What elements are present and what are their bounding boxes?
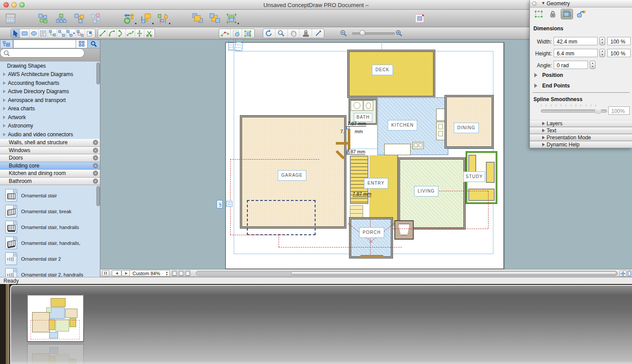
library-section-bathroom[interactable]: Bathroom×	[0, 178, 100, 186]
library-item[interactable]: AWS Architecture Diagrams	[0, 70, 100, 79]
horizontal-scrollbar-thumb[interactable]	[291, 271, 617, 275]
room-label-dining[interactable]: DINING	[454, 123, 479, 133]
smart-connector-tool[interactable]	[48, 29, 57, 38]
disclosure-triangle-icon[interactable]	[534, 84, 537, 88]
library-item[interactable]: Astronomy	[0, 122, 100, 131]
group-shapes-icon[interactable]	[225, 12, 238, 25]
porch-step-fixture[interactable]	[394, 220, 414, 240]
library-section-windows[interactable]: Windows×	[0, 147, 100, 155]
zoom-slider-track[interactable]	[352, 33, 395, 35]
stencil-list-scrollbar[interactable]	[96, 186, 100, 206]
edit-curve-tool[interactable]	[219, 29, 231, 38]
library-list-scrollbar[interactable]	[96, 62, 100, 84]
room-label-porch[interactable]: PORCH	[359, 227, 384, 238]
height-percent-field[interactable]: 100 %	[607, 49, 631, 57]
library-search-input[interactable]	[12, 50, 80, 56]
room-label-kitchen[interactable]: KITCHEN	[388, 120, 417, 131]
disclosure-triangle-icon[interactable]: ▼	[541, 1, 545, 5]
up-direction-marker[interactable]: UP	[217, 200, 223, 208]
library-section-walls[interactable]: Walls, shell and structure×	[0, 139, 100, 147]
chain-diagram-icon[interactable]	[37, 12, 49, 25]
replace-shape-icon[interactable]	[140, 12, 152, 25]
convert-shape-tool[interactable]	[231, 29, 242, 38]
disclosure-triangle-icon[interactable]	[3, 133, 6, 136]
eyedropper-tool[interactable]	[312, 29, 324, 38]
delete-shape-tool[interactable]: ✱	[85, 29, 94, 38]
room-label-entry[interactable]: ENTRY	[364, 178, 388, 189]
close-library-icon[interactable]: ×	[93, 163, 98, 168]
room-dining[interactable]	[445, 95, 493, 148]
action-connector-icon[interactable]	[575, 9, 587, 19]
ellipse-tool[interactable]	[29, 29, 39, 38]
lock-icon[interactable]	[547, 9, 559, 19]
network-diagram-icon[interactable]	[73, 12, 85, 25]
bring-to-front-icon[interactable]	[191, 12, 204, 25]
rotate-tool[interactable]	[263, 29, 276, 38]
stencil-item[interactable]: ✓ Ornamental stair, handrails	[0, 219, 96, 235]
selected-wall-segment[interactable]	[348, 129, 350, 150]
disclosure-triangle-icon[interactable]	[3, 98, 6, 102]
room-label-bath[interactable]: BATH	[354, 113, 372, 122]
angle-stepper[interactable]: ▲▼	[590, 61, 595, 69]
rectangle-tool[interactable]	[20, 29, 29, 38]
width-stepper[interactable]: ▲▼	[599, 37, 605, 45]
bath-toilet-fixture[interactable]	[364, 100, 373, 111]
width-field[interactable]: 42.4 mm	[554, 37, 598, 45]
stencil-item[interactable]: ✓ Ornamental stair	[0, 188, 96, 204]
disclosure-triangle-icon[interactable]	[3, 90, 6, 93]
room-label-living[interactable]: LIVING	[414, 186, 438, 197]
tree-connector-tool[interactable]	[76, 29, 85, 38]
split-view-button[interactable]	[627, 270, 632, 277]
library-tree-view-button[interactable]	[0, 40, 13, 48]
stencil-item[interactable]: ✓ Ornamental stair 2	[0, 251, 96, 267]
room-label-study[interactable]: STUDY	[463, 171, 485, 182]
wall-segment[interactable]	[336, 142, 349, 145]
text-bar[interactable]: Text	[530, 127, 632, 134]
previous-page-button[interactable]: ◀	[112, 270, 121, 276]
document-page[interactable]: 7.87 mm 7. mm 7.87 mm 7.87 mm DECK BATH …	[225, 42, 504, 269]
room-label-deck[interactable]: DECK	[372, 65, 393, 75]
library-item[interactable]: Audio and video connectors	[0, 130, 100, 139]
angle-field[interactable]: 0 rad	[554, 61, 588, 69]
library-section-building-core[interactable]: Building core×	[0, 162, 100, 170]
spline-slider-thumb[interactable]	[595, 107, 601, 114]
spline-tool[interactable]	[126, 29, 135, 38]
page-thumbnail[interactable]	[27, 295, 84, 342]
disclosure-triangle-icon[interactable]	[3, 73, 6, 76]
search-pill[interactable]	[0, 48, 85, 58]
scissors-tool[interactable]	[144, 29, 154, 38]
room-entry[interactable]	[369, 155, 398, 226]
stencil-item[interactable]: ✓ Ornamental stair 2, handrails	[0, 267, 96, 277]
bezier-connector-tool[interactable]: ▼	[66, 29, 76, 38]
inspector-header[interactable]: ▼ Geometry	[530, 0, 632, 7]
duplicate-diagram-icon[interactable]	[89, 12, 102, 25]
library-item[interactable]: Aerospace and transport	[0, 96, 100, 105]
pointer-tool[interactable]	[11, 29, 20, 38]
dynamic-help-bar[interactable]: Dynamic Help	[530, 141, 632, 148]
shape-table-icon[interactable]	[4, 12, 17, 25]
layers-bar[interactable]: Layers	[530, 120, 632, 127]
insert-vertex-tool[interactable]	[135, 29, 144, 38]
height-stepper[interactable]: ▲▼	[599, 49, 605, 57]
page-view-button-3[interactable]	[185, 270, 191, 276]
library-item[interactable]: Accounting flowcharts	[0, 79, 100, 87]
page-view-button-2[interactable]	[178, 270, 184, 276]
direct-connector-tool[interactable]	[57, 29, 66, 38]
disclosure-triangle-icon[interactable]	[3, 107, 6, 110]
page-view-button-1[interactable]	[172, 270, 177, 276]
disclosure-triangle-icon[interactable]	[3, 81, 6, 85]
close-library-icon[interactable]: ×	[93, 148, 98, 153]
room-label-garage[interactable]: GARAGE	[278, 170, 306, 181]
library-filter-field[interactable]	[13, 40, 76, 48]
library-search-button[interactable]	[87, 40, 100, 48]
resize-dimensions-icon[interactable]	[561, 9, 573, 19]
line-tool[interactable]	[98, 29, 107, 38]
tree-diagram-icon[interactable]	[55, 12, 67, 25]
zoom-out-icon[interactable]	[340, 29, 348, 37]
curve-tool[interactable]	[117, 29, 126, 38]
close-library-icon[interactable]: ×	[93, 178, 98, 184]
library-item[interactable]: Active Directory Diagrams	[0, 87, 100, 96]
stencil-item[interactable]: ✓ Ornamental stair, break	[0, 204, 96, 219]
inspector-close-icon[interactable]	[532, 1, 536, 6]
guide-marker[interactable]	[226, 201, 232, 207]
